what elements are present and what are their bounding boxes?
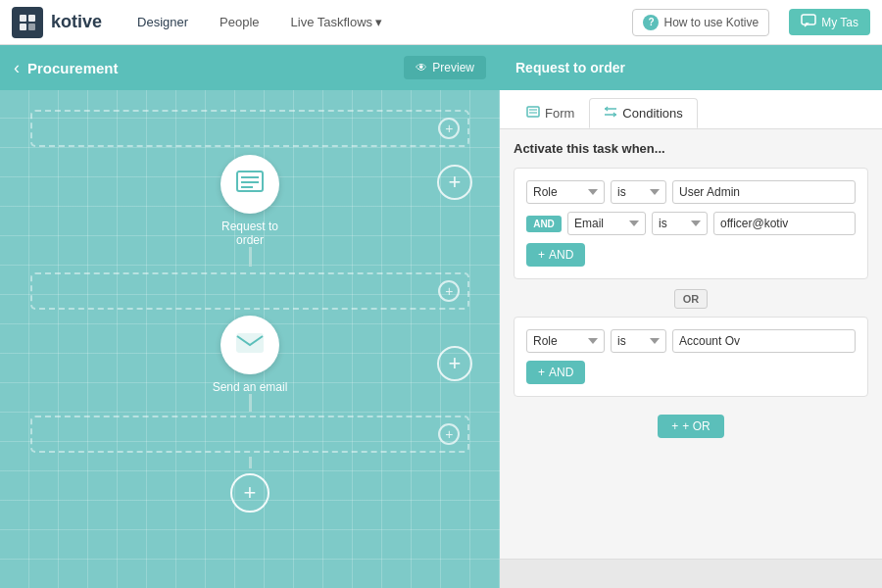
value-input-1-1[interactable]	[672, 180, 856, 204]
bottom-bar	[500, 559, 882, 588]
side-plus-1[interactable]: +	[437, 165, 472, 200]
main-layout: ‹ Procurement 👁 Preview + +	[0, 45, 882, 588]
field-select-2-1[interactable]: Role Email Name	[526, 329, 605, 353]
add-between-middle[interactable]: +	[438, 280, 460, 302]
right-panel-header: Request to order	[500, 45, 882, 90]
svg-rect-3	[28, 24, 35, 30]
chat-icon	[801, 14, 816, 30]
email-icon	[235, 332, 265, 358]
condition-row-1-1: Role Email Name is is not	[526, 180, 856, 204]
condition-row-2-1: Role Email Name is is not	[526, 329, 856, 353]
is-select-2-1[interactable]: is is not	[611, 329, 666, 353]
condition-group-2: Role Email Name is is not + AND	[514, 317, 868, 397]
request-to-order-circle[interactable]	[220, 155, 279, 214]
add-between-bottom[interactable]: +	[438, 423, 460, 445]
tab-conditions[interactable]: Conditions	[589, 98, 697, 128]
logo-text: kotive	[51, 12, 102, 32]
add-node-button[interactable]: +	[230, 473, 270, 513]
svg-rect-2	[20, 24, 26, 30]
designer-canvas: ‹ Procurement 👁 Preview + +	[0, 45, 500, 588]
and-button-1[interactable]: + AND	[526, 243, 585, 267]
connector-3	[249, 457, 252, 468]
field-select-1-2[interactable]: Email Role Name	[567, 212, 646, 235]
bottom-dashed-zone: +	[30, 416, 470, 453]
side-plus-2[interactable]: +	[437, 346, 472, 381]
dropdown-arrow-icon: ▾	[375, 15, 382, 29]
condition-row-1-2: AND Email Role Name is is not	[526, 212, 856, 235]
or-divider: OR	[514, 289, 868, 309]
svg-rect-9	[237, 334, 263, 352]
request-to-order-label: Request toorder	[221, 220, 278, 247]
form-icon	[526, 106, 540, 121]
value-input-1-2[interactable]	[713, 212, 856, 235]
canvas-area: + +	[0, 90, 500, 588]
help-circle-icon: ?	[643, 15, 659, 30]
value-input-2-1[interactable]	[672, 329, 856, 353]
tab-form[interactable]: Form	[512, 98, 589, 128]
and-badge-1: AND	[526, 216, 562, 232]
connector-1	[249, 247, 252, 267]
nav-designer[interactable]: Designer	[131, 11, 194, 33]
svg-rect-0	[20, 15, 26, 22]
plus-icon: +	[538, 248, 545, 262]
procurement-title: Procurement	[27, 60, 396, 76]
logo-icon	[12, 7, 43, 38]
preview-button[interactable]: 👁 Preview	[404, 56, 486, 79]
top-dashed-zone: +	[30, 110, 470, 147]
connector-2	[249, 394, 252, 412]
my-tasks-button[interactable]: My Tas	[789, 9, 870, 35]
send-email-label: Send an email	[213, 380, 288, 394]
conditions-panel: Activate this task when... Role Email Na…	[500, 129, 882, 559]
or-button[interactable]: + + OR	[658, 415, 723, 438]
plus-icon-2: +	[538, 366, 545, 379]
back-button[interactable]: ‹	[14, 58, 20, 78]
field-select-1-1[interactable]: Role Email Name	[526, 180, 605, 204]
nav-live-taskflows[interactable]: Live Taskflows ▾	[285, 11, 389, 33]
send-email-node: Send an email	[213, 316, 288, 394]
logo-area: kotive	[12, 7, 102, 38]
procurement-header: ‹ Procurement 👁 Preview	[0, 45, 500, 90]
request-to-order-node: Request toorder	[220, 155, 279, 247]
middle-dashed-zone: +	[30, 272, 470, 310]
svg-rect-1	[28, 15, 35, 22]
add-between-top[interactable]: +	[438, 118, 460, 139]
task-icon	[235, 170, 265, 200]
svg-rect-10	[527, 107, 539, 117]
condition-group-1: Role Email Name is is not AND Email	[514, 168, 868, 279]
activate-title: Activate this task when...	[514, 141, 868, 156]
send-email-circle[interactable]	[220, 316, 279, 374]
flow-area: + Request toorder	[0, 155, 500, 513]
nav-people[interactable]: People	[214, 11, 265, 33]
eye-icon: 👁	[416, 61, 427, 74]
is-select-1-1[interactable]: is is not	[611, 180, 666, 204]
and-button-2[interactable]: + AND	[526, 361, 585, 384]
plus-or-icon: +	[671, 419, 678, 433]
right-panel-title: Request to order	[515, 60, 625, 75]
how-to-button[interactable]: ? How to use Kotive	[632, 9, 769, 36]
right-panel: Request to order Form	[500, 45, 882, 588]
is-select-1-2[interactable]: is is not	[652, 212, 708, 235]
or-badge: OR	[674, 289, 709, 309]
tabs-bar: Form Conditions	[500, 90, 882, 129]
topnav: kotive Designer People Live Taskflows ▾ …	[0, 0, 882, 45]
conditions-icon	[604, 106, 617, 121]
